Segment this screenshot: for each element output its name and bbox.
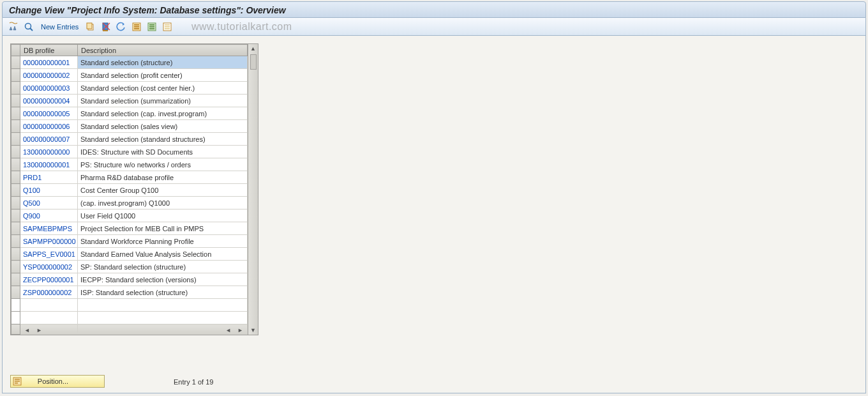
cell-db-profile[interactable]: 000000000002 [20,69,78,82]
select-block-icon[interactable] [146,21,158,33]
scroll-left-icon[interactable]: ◄ [225,327,231,333]
cell-db-profile[interactable]: 000000000001 [20,56,78,69]
cell-db-profile[interactable]: 000000000006 [20,120,78,133]
cell-description[interactable]: ISP: Standard selection (structure) [78,286,248,299]
cell-db-profile[interactable]: PRD1 [20,171,78,184]
cell-description[interactable]: Pharma R&D database profile [78,171,248,184]
cell-description[interactable]: Standard selection (cap. invest.program) [78,107,248,120]
select-all-icon[interactable] [131,21,142,33]
row-selector[interactable] [11,146,20,158]
cell-db-profile[interactable]: SAPMPP000000 [20,235,78,248]
row-selector[interactable] [11,120,20,133]
scroll-down-icon[interactable]: ▼ [250,327,256,333]
cell-description[interactable]: Standard Workforce Planning Profile [78,235,248,248]
table-row[interactable]: SAPMPP000000Standard Workforce Planning … [11,235,248,248]
table-row[interactable]: Q500 (cap. invest.program) Q1000 [11,197,248,209]
row-selector[interactable] [11,133,20,146]
table-row[interactable]: 000000000001Standard selection (structur… [11,56,248,69]
copy-icon[interactable] [85,21,96,33]
row-selector[interactable] [11,235,20,248]
delete-icon[interactable] [100,21,112,33]
cell-db-profile[interactable]: 130000000000 [20,146,78,158]
table-row[interactable]: Q900User Field Q1000 [11,209,248,222]
table-row[interactable]: 130000000000IDES: Structure with SD Docu… [11,146,248,158]
row-selector[interactable] [11,248,20,261]
cell-db-profile[interactable]: 000000000005 [20,107,78,120]
scrollbar-thumb[interactable] [250,54,257,70]
select-all-header[interactable] [11,45,20,56]
scroll-right-icon[interactable]: ► [36,327,42,333]
undo-icon[interactable] [116,21,127,33]
cell-description[interactable]: SP: Standard selection (structure) [78,261,248,273]
row-selector[interactable] [11,69,20,82]
toggle-change-icon[interactable] [8,21,19,33]
cell-description[interactable]: IECPP: Standard selection (versions) [78,273,248,286]
cell-db-profile[interactable]: YSP000000002 [20,261,78,273]
hscroll-desc[interactable]: ◄► [78,324,248,335]
row-selector[interactable] [11,158,20,171]
cell-db-profile[interactable]: 130000000001 [20,158,78,171]
cell-description[interactable]: Standard selection (structure) [78,56,248,69]
row-selector[interactable] [11,171,20,184]
cell-db-profile[interactable]: Q500 [20,197,78,209]
hscroll-profile[interactable]: ◄► [20,324,78,335]
row-selector[interactable] [11,273,20,286]
scroll-right-icon[interactable]: ► [237,327,243,333]
cell-description[interactable]: Standard Earned Value Analysis Selection [78,248,248,261]
new-entries-button[interactable]: New Entries [38,23,81,31]
cell-description[interactable]: Standard selection (cost center hier.) [78,82,248,95]
col-header-db-profile[interactable]: DB profile [20,45,78,56]
cell-db-profile[interactable]: SAPMEBPMPS [20,222,78,235]
table-row[interactable]: Q100Cost Center Group Q100 [11,184,248,197]
cell-description[interactable]: Cost Center Group Q100 [78,184,248,197]
position-button[interactable]: Position... [10,375,105,388]
cell-db-profile[interactable]: SAPPS_EV0001 [20,248,78,261]
cell-description[interactable]: Standard selection (profit center) [78,69,248,82]
row-selector[interactable] [11,261,20,273]
table-row[interactable]: SAPPS_EV0001Standard Earned Value Analys… [11,248,248,261]
cell-description[interactable]: PS: Structure w/o networks / orders [78,158,248,171]
row-selector[interactable] [11,184,20,197]
vertical-scrollbar[interactable]: ▲ ▼ [248,44,258,335]
table-row[interactable]: 000000000005Standard selection (cap. inv… [11,107,248,120]
cell-db-profile[interactable]: 000000000003 [20,82,78,95]
cell-db-profile[interactable]: Q900 [20,209,78,222]
cell-description[interactable]: Standard selection (standard structures) [78,133,248,146]
table-row[interactable]: PRD1Pharma R&D database profile [11,171,248,184]
cell-db-profile[interactable]: ZSP000000002 [20,286,78,299]
cell-db-profile[interactable]: ZECPP0000001 [20,273,78,286]
col-header-description[interactable]: Description [78,45,248,56]
row-selector[interactable] [11,209,20,222]
cell-description[interactable]: Project Selection for MEB Call in PMPS [78,222,248,235]
cell-db-profile[interactable]: Q100 [20,184,78,197]
table-row[interactable]: 000000000007Standard selection (standard… [11,133,248,146]
table-row[interactable]: ZSP000000002ISP: Standard selection (str… [11,286,248,299]
table-row[interactable]: 000000000003Standard selection (cost cen… [11,82,248,95]
table-row[interactable]: ZECPP0000001IECPP: Standard selection (v… [11,273,248,286]
svg-rect-7 [134,24,139,26]
cell-description[interactable]: User Field Q1000 [78,209,248,222]
table-row[interactable]: 000000000002Standard selection (profit c… [11,69,248,82]
table-row[interactable]: SAPMEBPMPSProject Selection for MEB Call… [11,222,248,235]
table-row[interactable]: YSP000000002SP: Standard selection (stru… [11,261,248,273]
row-selector[interactable] [11,222,20,235]
cell-description[interactable]: Standard selection (summarization) [78,95,248,107]
cell-description[interactable]: (cap. invest.program) Q1000 [78,197,248,209]
row-selector[interactable] [11,197,20,209]
cell-db-profile[interactable]: 000000000004 [20,95,78,107]
cell-db-profile[interactable]: 000000000007 [20,133,78,146]
table-row[interactable]: 000000000004Standard selection (summariz… [11,95,248,107]
row-selector[interactable] [11,286,20,299]
table-row[interactable]: 000000000006Standard selection (sales vi… [11,120,248,133]
table-row[interactable]: 130000000001PS: Structure w/o networks /… [11,158,248,171]
cell-description[interactable]: IDES: Structure with SD Documents [78,146,248,158]
scroll-up-icon[interactable]: ▲ [250,45,256,52]
row-selector[interactable] [11,56,20,69]
row-selector[interactable] [11,95,20,107]
row-selector[interactable] [11,82,20,95]
scroll-left-icon[interactable]: ◄ [24,327,30,333]
details-icon[interactable] [23,21,34,33]
cell-description[interactable]: Standard selection (sales view) [78,120,248,133]
deselect-all-icon[interactable] [161,21,173,33]
row-selector[interactable] [11,107,20,120]
